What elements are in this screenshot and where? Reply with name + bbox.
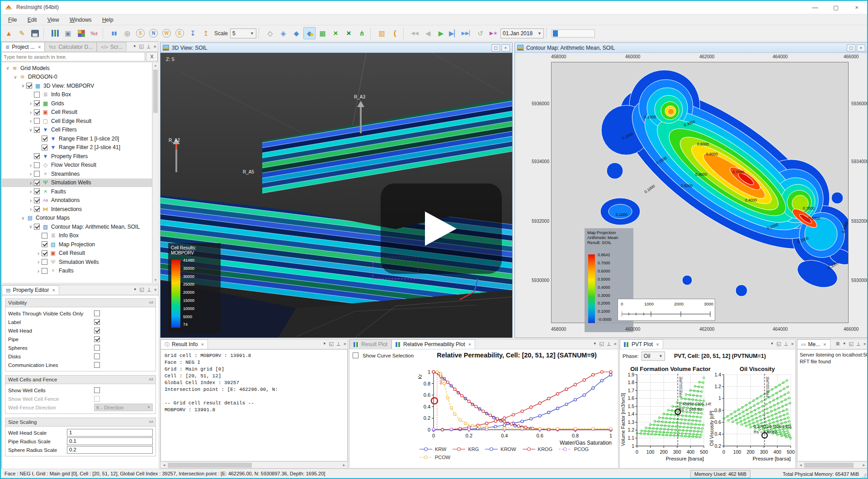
close-icon[interactable]: ×	[614, 341, 617, 347]
tree-checkbox[interactable]	[34, 197, 40, 203]
legend-item-pcog[interactable]: PCOG	[559, 446, 589, 452]
tree-checkbox[interactable]	[34, 180, 40, 186]
anim-settings-icon[interactable]: ▶∗	[487, 27, 500, 39]
measure-distance-icon[interactable]: ▥	[376, 27, 388, 39]
close-icon[interactable]: ×	[344, 341, 346, 347]
legend-item-pcow[interactable]: PCOW	[420, 455, 450, 460]
float-icon[interactable]: ◱	[139, 43, 144, 49]
minimize-button[interactable]: —	[805, 1, 826, 14]
anim-skip-to-end-icon[interactable]: ▶▶▏	[461, 27, 473, 39]
float-icon[interactable]: ◱	[599, 341, 604, 347]
tree-item-grids[interactable]: ›▦Grids	[2, 99, 152, 108]
tree-checkbox[interactable]	[34, 206, 40, 212]
tree-item-range-filter-1-i-slice-20[interactable]: ▼Range Filter 1 [I-slice 20]	[2, 134, 152, 143]
menu-help[interactable]: Help	[98, 16, 118, 24]
tab-list-icon[interactable]: ▼	[133, 287, 137, 291]
restore-icon[interactable]: ▢	[491, 44, 500, 52]
view-west-icon[interactable]: W	[160, 27, 173, 39]
close-button[interactable]: ×	[846, 1, 867, 14]
anim-step-forward-icon[interactable]: ▶▏	[448, 27, 460, 39]
scroll-down-icon[interactable]: ▼	[153, 277, 158, 283]
result-info-hscrollbar[interactable]: ◄ ►	[160, 461, 348, 468]
collapse-icon[interactable]: ∧∧	[149, 419, 153, 425]
restore-icon[interactable]: ▢	[847, 44, 855, 52]
tree-checkbox[interactable]	[26, 83, 32, 89]
menu-windows[interactable]: Windows	[65, 16, 96, 24]
prop-input[interactable]: 0.1	[67, 437, 153, 445]
anim-play-icon[interactable]: ▶	[435, 27, 447, 39]
new-plot-window-icon[interactable]	[49, 27, 61, 39]
prop-checkbox[interactable]	[94, 319, 100, 325]
prop-select[interactable]: K - Direction▼	[94, 404, 153, 411]
save-project-icon[interactable]	[29, 27, 41, 39]
show-curve-selection-checkbox[interactable]	[353, 352, 359, 358]
expand-closed-icon[interactable]: ›	[28, 179, 34, 186]
legend-item-krg[interactable]: KRG	[453, 446, 479, 452]
close-icon[interactable]: ×	[468, 342, 471, 347]
scroll-up-icon[interactable]: ▲	[153, 62, 158, 68]
tree-checkbox[interactable]	[42, 250, 47, 256]
tree-checkbox[interactable]	[34, 153, 40, 159]
close-icon[interactable]: ×	[791, 341, 794, 347]
tree-checkbox[interactable]	[42, 241, 47, 247]
tree-checkbox[interactable]	[34, 224, 40, 230]
tree-item-3d-view-mobporv[interactable]: ∨▦3D View: MOBPORV	[2, 81, 152, 90]
view-east-icon[interactable]: E	[174, 27, 186, 39]
resinsight-home-icon[interactable]: ▲	[3, 27, 15, 39]
phase-select[interactable]: Oil▼	[642, 352, 665, 361]
tree-item-cell-result[interactable]: ›▣Cell Result	[2, 249, 152, 258]
view3d-viewport[interactable]: Z: 5 R_A2 R_A5 R_A3 Cell Results: MOBPOR…	[160, 53, 512, 338]
tree-item-cell-filters[interactable]: ∨▼Cell Filters	[2, 126, 152, 135]
chevron-down-icon[interactable]: ▼	[843, 342, 846, 346]
legend-item-krow[interactable]: KROW	[485, 446, 516, 452]
close-icon[interactable]: ×	[154, 44, 156, 49]
float-icon[interactable]: ◱	[329, 341, 334, 347]
pin-icon[interactable]: ⊤	[856, 341, 861, 347]
legend-item-krog[interactable]: KROG	[523, 446, 552, 452]
messages-hscrollbar[interactable]: ◄ ►	[797, 461, 868, 468]
prop-checkbox[interactable]	[94, 396, 100, 402]
prop-input[interactable]: 1	[67, 429, 153, 437]
pin-icon[interactable]: ⊤	[147, 286, 151, 292]
contour-map-view[interactable]: 0.10000.10000.30000.20000.60000.80000.70…	[515, 53, 868, 338]
collapse-icon[interactable]: ∧∧	[149, 377, 153, 382]
expand-closed-icon[interactable]: ›	[28, 206, 34, 212]
tree-item-faults[interactable]: ›×Faults	[2, 187, 152, 196]
measure-polyline-icon[interactable]: (	[389, 27, 401, 39]
tab-list-icon[interactable]: ▼	[133, 44, 137, 48]
expand-open-icon[interactable]: ∨	[20, 216, 26, 221]
prop-checkbox[interactable]	[94, 336, 100, 342]
tree-item-grid-models[interactable]: ∨≋Grid Models	[2, 64, 152, 73]
expand-closed-icon[interactable]: ›	[28, 117, 34, 124]
scale-select[interactable]: 5▼	[230, 28, 256, 38]
tree-item-simulation-wells[interactable]: ›ΨSimulation Wells	[2, 258, 152, 267]
tree-item-map-projection[interactable]: ▨Map Projection	[2, 240, 152, 249]
tree-item-info-box[interactable]: ≣Info Box	[2, 90, 152, 99]
tab-calculator[interactable]: %±Calculator D...	[45, 42, 97, 52]
expand-open-icon[interactable]: ∨	[28, 224, 34, 229]
tree-search-input[interactable]	[1, 52, 145, 61]
maximize-button[interactable]: ▢	[826, 1, 846, 14]
tab-list-icon[interactable]: ▼	[593, 342, 597, 346]
collapse-icon[interactable]: ∧∧	[149, 300, 153, 305]
tree-item-flow-vector-result[interactable]: ›◇Flow Vector Result	[2, 161, 152, 170]
tree-item-info-box[interactable]: ≣Info Box	[2, 231, 152, 240]
menu-view[interactable]: View	[43, 16, 64, 24]
view-south-icon[interactable]: S	[134, 27, 146, 39]
tree-item-contour-maps[interactable]: ∨▤Contour Maps	[2, 214, 152, 223]
tab-list-icon[interactable]: ▼	[770, 342, 774, 346]
prop-checkbox[interactable]	[94, 328, 100, 333]
tree-checkbox[interactable]	[34, 162, 40, 168]
search-clear-button[interactable]: X	[146, 52, 158, 61]
tree-checkbox[interactable]	[34, 171, 40, 177]
open-document-icon[interactable]: ✎	[16, 27, 28, 39]
prop-checkbox[interactable]	[94, 345, 100, 351]
tree-checkbox[interactable]	[34, 118, 40, 124]
zoom-all-icon[interactable]: ◎	[121, 27, 133, 39]
close-icon[interactable]: ×	[154, 287, 157, 292]
tree-item-cell-edge-result[interactable]: ›▢Cell Edge Result	[2, 117, 152, 126]
tree-checkbox[interactable]	[34, 188, 40, 194]
expand-closed-icon[interactable]: ›	[28, 188, 34, 195]
split-view-icon[interactable]: ▮▮	[108, 27, 120, 39]
close-icon[interactable]: ×	[38, 44, 41, 50]
